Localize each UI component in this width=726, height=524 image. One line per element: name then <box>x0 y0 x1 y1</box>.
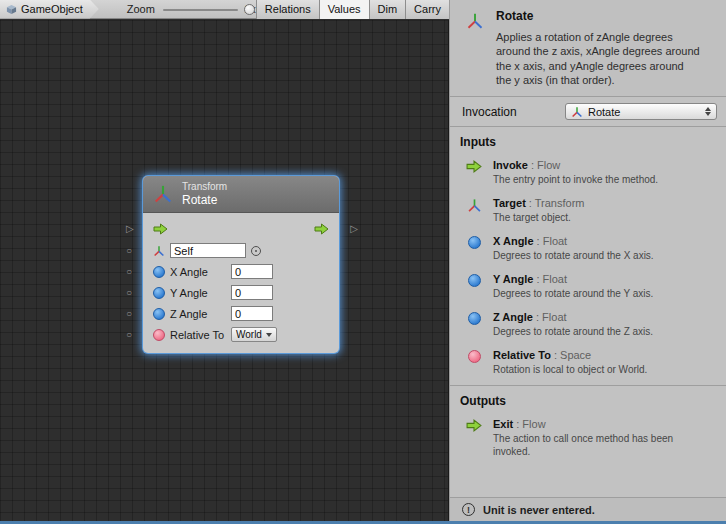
float-port-icon <box>153 287 165 299</box>
port-description: The entry point to invoke the method. <box>493 173 658 186</box>
object-picker-icon[interactable] <box>251 246 261 256</box>
space-port-icon <box>153 329 165 341</box>
port-type: : Float <box>534 235 568 247</box>
warning-text: Unit is never entered. <box>483 504 595 516</box>
graph-canvas[interactable]: Transform Rotate ▷ ▷ ○ <box>0 20 449 521</box>
float-port-icon <box>468 274 481 287</box>
unit-description-block: Rotate Applies a rotation of zAngle degr… <box>450 0 726 96</box>
port-type: : Transform <box>526 197 585 209</box>
input-doc-y-angle: Y Angle : Float Degrees to rotate around… <box>450 269 726 307</box>
port-name: Relative To <box>493 349 551 361</box>
port-name: Target <box>493 197 526 209</box>
breadcrumb-gameobject[interactable]: GameObject <box>0 0 99 19</box>
output-doc-exit: Exit : Flow The action to call once meth… <box>450 414 726 465</box>
port-description: Degrees to rotate around the Y axis. <box>493 287 653 300</box>
port-name: Y Angle <box>493 273 533 285</box>
input-doc-invoke: Invoke : Flow The entry point to invoke … <box>450 155 726 193</box>
bolt-graph-window: GameObject Zoom 1x Relations Values Dim … <box>0 0 726 524</box>
x-angle-row: ○ X Angle <box>143 261 339 282</box>
relative-to-row: ○ Relative To World <box>143 324 339 345</box>
port-name: Exit <box>493 418 513 430</box>
node-subtitle: Rotate <box>182 193 227 207</box>
x-angle-port[interactable]: ○ <box>126 267 132 277</box>
float-port-icon <box>153 266 165 278</box>
input-doc-relative-to: Relative To : Space Rotation is local to… <box>450 345 726 383</box>
z-angle-label: Z Angle <box>170 308 226 320</box>
node-body: ▷ ▷ ○ <box>143 213 339 353</box>
exit-port[interactable]: ▷ <box>350 224 358 234</box>
zoom-slider-track <box>163 9 238 11</box>
outputs-section-header: Outputs <box>450 385 726 414</box>
input-doc-target: Target : Transform The target object. <box>450 193 726 231</box>
y-angle-input[interactable] <box>231 285 273 300</box>
zoom-slider[interactable] <box>163 0 238 19</box>
breadcrumb-label: GameObject <box>21 3 83 15</box>
float-port-icon <box>468 236 481 249</box>
transform-axis-icon <box>153 184 173 204</box>
invocation-row: Invocation Rotate <box>450 96 726 127</box>
z-angle-port[interactable]: ○ <box>126 309 132 319</box>
transform-axis-icon-small <box>571 106 583 118</box>
warning-bar: ! Unit is never entered. <box>450 497 726 521</box>
inputs-section-header: Inputs <box>450 127 726 155</box>
input-doc-x-angle: X Angle : Float Degrees to rotate around… <box>450 231 726 269</box>
dim-toggle[interactable]: Dim <box>369 0 406 19</box>
invoke-flow-arrow-icon[interactable] <box>153 223 168 235</box>
y-angle-label: Y Angle <box>170 287 226 299</box>
invoke-port[interactable]: ▷ <box>126 224 134 234</box>
port-type: : Flow <box>513 418 545 430</box>
invocation-label: Invocation <box>462 105 517 119</box>
port-description: Rotation is local to object or World. <box>493 363 647 376</box>
warning-icon: ! <box>462 503 475 516</box>
dropdown-carets-icon <box>705 107 711 116</box>
toolbar-toggle-group: Relations Values Dim Carry <box>256 0 449 19</box>
flow-arrow-icon <box>465 159 483 186</box>
port-description: The action to call once method has been … <box>493 432 693 458</box>
target-object-field[interactable]: Self <box>170 243 246 258</box>
graph-toolbar: GameObject Zoom 1x Relations Values Dim … <box>0 0 449 19</box>
port-description: Degrees to rotate around the X axis. <box>493 249 654 262</box>
relative-to-label: Relative To <box>170 329 226 341</box>
relative-to-port[interactable]: ○ <box>126 330 132 340</box>
port-name: Z Angle <box>493 311 533 323</box>
relations-toggle[interactable]: Relations <box>256 0 319 19</box>
transform-rotate-node[interactable]: Transform Rotate ▷ ▷ ○ <box>143 176 339 353</box>
transform-axis-icon <box>465 197 483 224</box>
node-titles: Transform Rotate <box>182 181 227 207</box>
port-name: X Angle <box>493 235 534 247</box>
port-type: : Float <box>533 273 567 285</box>
port-type: : Flow <box>528 159 560 171</box>
transform-axis-icon <box>466 12 484 87</box>
space-port-icon <box>468 350 481 363</box>
relative-to-value: World <box>236 329 262 340</box>
float-port-icon <box>468 312 481 325</box>
target-row: ○ Self <box>143 240 339 261</box>
inspector-title: Rotate <box>496 9 702 23</box>
invocation-value: Rotate <box>588 106 620 118</box>
unit-description: Applies a rotation of zAngle degrees aro… <box>496 30 702 87</box>
carry-toggle[interactable]: Carry <box>405 0 449 19</box>
exit-flow-arrow-icon[interactable] <box>314 223 329 235</box>
target-port[interactable]: ○ <box>126 246 132 256</box>
unit-description-text: Rotate Applies a rotation of zAngle degr… <box>496 9 702 87</box>
input-doc-z-angle: Z Angle : Float Degrees to rotate around… <box>450 307 726 345</box>
flow-row: ▷ ▷ <box>143 218 339 240</box>
gameobject-cube-icon <box>6 4 17 15</box>
dropdown-caret-icon <box>266 333 272 337</box>
inspector-spacer <box>450 465 726 497</box>
flow-arrow-icon <box>465 418 483 458</box>
zoom-slider-thumb[interactable] <box>244 4 255 15</box>
values-toggle[interactable]: Values <box>319 0 369 19</box>
port-description: The target object. <box>493 211 585 224</box>
y-angle-row: ○ Y Angle <box>143 282 339 303</box>
z-angle-input[interactable] <box>231 306 273 321</box>
port-type: : Space <box>551 349 591 361</box>
invocation-dropdown[interactable]: Rotate <box>565 103 717 120</box>
z-angle-row: ○ Z Angle <box>143 303 339 324</box>
y-angle-port[interactable]: ○ <box>126 288 132 298</box>
node-header[interactable]: Transform Rotate <box>143 176 339 213</box>
port-type: : Float <box>533 311 567 323</box>
relative-to-dropdown[interactable]: World <box>231 327 277 342</box>
x-angle-input[interactable] <box>231 264 273 279</box>
node-title: Transform <box>182 181 227 193</box>
